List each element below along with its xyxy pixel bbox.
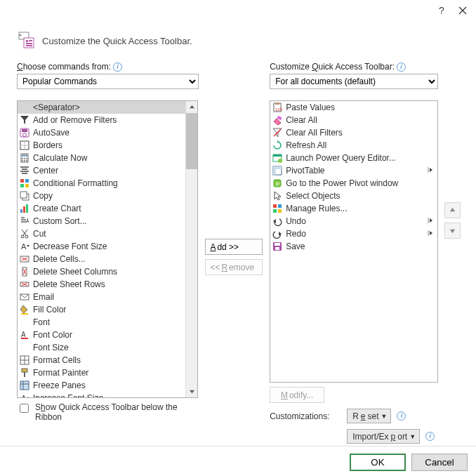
scroll-thumb[interactable] <box>186 113 197 169</box>
qat-header-icon <box>17 31 37 51</box>
show-below-checkbox[interactable] <box>20 404 29 413</box>
info-icon[interactable]: i <box>397 62 406 72</box>
email-icon <box>19 291 30 303</box>
selected-commands-listbox[interactable]: 123Paste ValuesClear AllClear All Filter… <box>270 100 438 383</box>
painter-icon <box>19 367 30 378</box>
blank-icon <box>19 102 30 113</box>
add-button[interactable]: Add >> <box>205 239 263 255</box>
svg-marker-110 <box>430 218 432 223</box>
info-icon[interactable]: i <box>113 62 122 72</box>
list-item-label: Email <box>33 292 196 302</box>
powerpivot-icon: P <box>272 178 283 189</box>
save-icon <box>272 241 283 252</box>
info-icon[interactable]: i <box>397 411 406 421</box>
list-item[interactable]: Delete Sheet Rows <box>18 278 197 291</box>
reset-button[interactable]: Reset ▼ <box>347 409 391 423</box>
list-item[interactable]: Clear All <box>270 114 437 126</box>
svg-rect-66 <box>21 338 28 339</box>
customizations-label: Customizations: <box>270 411 341 421</box>
page-title: Customize the Quick Access Toolbar. <box>42 36 192 46</box>
list-item[interactable]: AutoSave <box>18 126 197 139</box>
undo-icon <box>272 216 283 227</box>
list-item[interactable]: Delete Sheet Columns <box>18 265 197 278</box>
list-item[interactable]: AFont Color <box>18 329 197 341</box>
list-item[interactable]: Conditional Formatting <box>18 177 197 190</box>
svg-point-19 <box>24 158 25 159</box>
remove-button[interactable]: << Remove <box>205 259 263 275</box>
list-item[interactable]: Clear All Filters <box>270 126 437 139</box>
choose-label: Choose commands from: <box>17 62 111 72</box>
fontdown-icon: A <box>19 241 30 252</box>
list-item[interactable]: Freeze Panes <box>18 379 197 392</box>
list-item-label: Font Size <box>33 343 182 352</box>
redo-icon <box>272 228 283 239</box>
help-icon[interactable]: ? <box>431 1 452 20</box>
list-item[interactable]: PivotTable <box>270 164 437 177</box>
list-item[interactable]: Redo <box>270 227 437 240</box>
info-icon[interactable]: i <box>425 432 435 441</box>
list-item[interactable]: Format Cells <box>18 354 197 366</box>
cancel-button[interactable]: Cancel <box>411 454 468 471</box>
svg-rect-5 <box>26 45 32 46</box>
list-item[interactable]: Email <box>18 291 197 303</box>
list-item-label: AutoSave <box>33 128 196 138</box>
scrollbar[interactable] <box>185 101 197 397</box>
svg-rect-38 <box>26 204 28 213</box>
fillcolor-icon <box>19 304 30 315</box>
svg-rect-94 <box>273 154 282 157</box>
list-item[interactable]: Save <box>270 240 437 253</box>
list-item[interactable]: AIncrease Font Size <box>18 392 197 397</box>
fontup-icon: A <box>19 392 30 397</box>
list-item[interactable]: Refresh All <box>270 139 437 152</box>
list-item[interactable]: Calculate Now <box>18 152 197 164</box>
available-commands-listbox[interactable]: <Separator>Add or Remove FiltersAutoSave… <box>17 100 198 398</box>
svg-marker-103 <box>275 192 281 200</box>
svg-text:A: A <box>21 242 27 251</box>
submenu-icon <box>425 230 436 238</box>
list-item-label: Clear All <box>286 115 436 125</box>
list-item[interactable]: Format Painter <box>18 366 197 379</box>
svg-rect-37 <box>23 206 25 213</box>
pivot-icon <box>272 165 283 176</box>
list-item[interactable]: Manage Rules... <box>270 202 437 215</box>
list-item[interactable]: Add or Remove Filters <box>18 114 197 126</box>
modify-button[interactable]: Modify... <box>270 387 324 403</box>
sort-icon <box>19 216 30 227</box>
list-item[interactable]: Fill Color <box>18 303 197 316</box>
list-item[interactable]: Delete Cells... <box>18 253 197 265</box>
choose-commands-combo[interactable]: Popular Commands <box>17 74 199 89</box>
pastevalues-icon: 123 <box>272 102 283 113</box>
list-item-label: Launch Power Query Editor... <box>286 153 436 163</box>
list-item[interactable]: Font SizeI <box>18 341 197 354</box>
list-item[interactable]: Create Chart <box>18 202 197 215</box>
customize-qat-combo[interactable]: For all documents (default) <box>270 74 438 89</box>
list-item-label: <Separator> <box>33 103 196 112</box>
list-item-label: Add or Remove Filters <box>33 115 196 125</box>
scroll-up-button[interactable] <box>186 101 197 113</box>
list-item[interactable]: FontI <box>18 316 197 329</box>
list-item[interactable]: 123Paste Values <box>270 101 437 114</box>
list-item[interactable]: Undo <box>270 215 437 227</box>
list-item-label: Center <box>33 166 196 176</box>
list-item[interactable]: Copy <box>18 190 197 202</box>
move-down-button[interactable] <box>444 223 461 239</box>
svg-rect-2 <box>26 40 28 42</box>
list-item-label: Delete Cells... <box>33 254 196 264</box>
list-item[interactable]: Launch Power Query Editor... <box>270 152 437 164</box>
list-item[interactable]: Borders <box>18 139 197 152</box>
list-item[interactable]: Custom Sort... <box>18 215 197 227</box>
svg-marker-118 <box>449 230 454 234</box>
chart-icon <box>19 203 30 214</box>
close-icon[interactable] <box>452 1 473 20</box>
list-item[interactable]: ADecrease Font Size <box>18 240 197 253</box>
list-item[interactable]: Center <box>18 164 197 177</box>
list-item[interactable]: PGo to the Power Pivot window <box>270 177 437 190</box>
move-up-button[interactable] <box>444 202 461 218</box>
scroll-down-button[interactable] <box>186 385 197 397</box>
list-item[interactable]: Cut <box>18 227 197 240</box>
list-item[interactable]: <Separator> <box>18 101 197 114</box>
import-export-button[interactable]: Import/Export ▼ <box>347 429 420 444</box>
svg-rect-35 <box>20 192 27 198</box>
ok-button[interactable]: OK <box>350 454 406 471</box>
list-item[interactable]: Select Objects <box>270 190 437 202</box>
